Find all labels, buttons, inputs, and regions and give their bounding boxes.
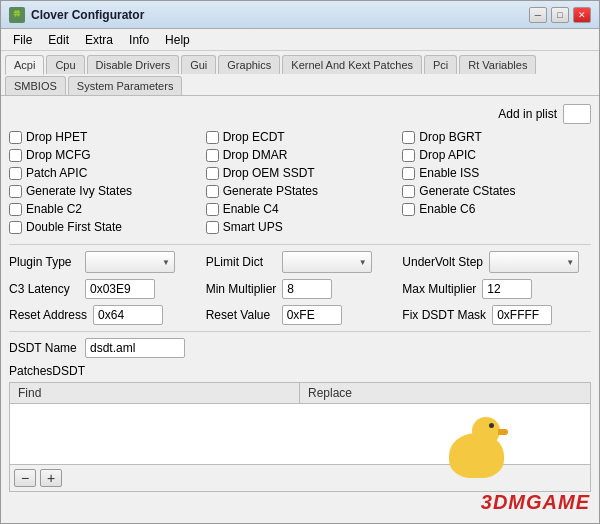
patches-col-find: Find (10, 383, 300, 403)
checkbox-smart-ups[interactable]: Smart UPS (206, 220, 395, 234)
tab-graphics[interactable]: Graphics (218, 55, 280, 74)
tab-system-parameters[interactable]: System Parameters (68, 76, 183, 95)
tab-acpi[interactable]: Acpi (5, 55, 44, 75)
maximize-button[interactable]: □ (551, 7, 569, 23)
dsdt-name-input[interactable] (85, 338, 185, 358)
checkbox-drop-mcfg-label: Drop MCFG (26, 148, 91, 162)
form-row-2: C3 Latency Min Multiplier Max Multiplier (9, 279, 591, 299)
checkbox-gen-ivy[interactable]: Generate Ivy States (9, 184, 198, 198)
tab-gui[interactable]: Gui (181, 55, 216, 74)
checkbox-enable-c4[interactable]: Enable C4 (206, 202, 395, 216)
max-mult-group: Max Multiplier (402, 279, 591, 299)
checkbox-patch-apic[interactable]: Patch APIC (9, 166, 198, 180)
tab-rt-variables[interactable]: Rt Variables (459, 55, 536, 74)
plugin-type-label: Plugin Type (9, 255, 79, 269)
checkbox-drop-oem-ssdt[interactable]: Drop OEM SSDT (206, 166, 395, 180)
menu-edit[interactable]: Edit (40, 31, 77, 49)
main-content: Add in plist Drop HPET Drop ECDT Drop BG… (1, 96, 599, 523)
checkbox-drop-ecdt-input[interactable] (206, 131, 219, 144)
max-mult-input[interactable] (482, 279, 532, 299)
checkbox-enable-c6[interactable]: Enable C6 (402, 202, 591, 216)
form-row-1: Plugin Type ▼ PLimit Dict ▼ UnderVolt St… (9, 251, 591, 273)
checkbox-enable-iss[interactable]: Enable ISS (402, 166, 591, 180)
minimize-button[interactable]: ─ (529, 7, 547, 23)
checkbox-drop-mcfg-input[interactable] (9, 149, 22, 162)
c3-latency-group: C3 Latency (9, 279, 198, 299)
reset-value-input[interactable] (282, 305, 342, 325)
menu-extra[interactable]: Extra (77, 31, 121, 49)
plugin-type-dropdown[interactable]: ▼ (85, 251, 175, 273)
menu-file[interactable]: File (5, 31, 40, 49)
checkbox-gen-cstates-label: Generate CStates (419, 184, 515, 198)
checkbox-drop-apic-label: Drop APIC (419, 148, 476, 162)
watermark: 3DMGAME (481, 491, 590, 514)
tabs-bar: Acpi Cpu Disable Drivers Gui Graphics Ke… (1, 51, 599, 96)
checkbox-double-first[interactable]: Double First State (9, 220, 198, 234)
checkbox-patch-apic-label: Patch APIC (26, 166, 87, 180)
window-controls: ─ □ ✕ (529, 7, 591, 23)
add-in-plist-label: Add in plist (498, 107, 557, 121)
checkbox-enable-c4-input[interactable] (206, 203, 219, 216)
plimit-dict-dropdown[interactable]: ▼ (282, 251, 372, 273)
menu-info[interactable]: Info (121, 31, 157, 49)
plimit-dict-group: PLimit Dict ▼ (206, 251, 395, 273)
checkbox-gen-ivy-input[interactable] (9, 185, 22, 198)
checkbox-drop-bgrt-input[interactable] (402, 131, 415, 144)
reset-address-label: Reset Address (9, 308, 87, 322)
checkbox-drop-hpet[interactable]: Drop HPET (9, 130, 198, 144)
dsdt-name-row: DSDT Name (9, 338, 591, 358)
c3-latency-input[interactable] (85, 279, 155, 299)
checkbox-drop-hpet-input[interactable] (9, 131, 22, 144)
checkbox-drop-oem-ssdt-label: Drop OEM SSDT (223, 166, 315, 180)
checkbox-gen-pstates-label: Generate PStates (223, 184, 318, 198)
add-patch-button[interactable]: + (40, 469, 62, 487)
min-mult-input[interactable] (282, 279, 332, 299)
reset-address-group: Reset Address (9, 305, 198, 325)
checkbox-gen-pstates[interactable]: Generate PStates (206, 184, 395, 198)
checkbox-drop-oem-ssdt-input[interactable] (206, 167, 219, 180)
checkbox-enable-c2-input[interactable] (9, 203, 22, 216)
close-button[interactable]: ✕ (573, 7, 591, 23)
checkbox-drop-ecdt[interactable]: Drop ECDT (206, 130, 395, 144)
checkbox-gen-cstates[interactable]: Generate CStates (402, 184, 591, 198)
app-icon: 🍀 (9, 7, 25, 23)
min-mult-group: Min Multiplier (206, 279, 395, 299)
checkbox-drop-apic-input[interactable] (402, 149, 415, 162)
tab-disable-drivers[interactable]: Disable Drivers (87, 55, 180, 74)
tab-kernel[interactable]: Kernel And Kext Patches (282, 55, 422, 74)
checkbox-drop-apic[interactable]: Drop APIC (402, 148, 591, 162)
tab-smbios[interactable]: SMBIOS (5, 76, 66, 95)
fix-dsdt-mask-group: Fix DSDT Mask (402, 305, 591, 325)
checkboxes-section: Drop HPET Drop ECDT Drop BGRT Drop MCFG … (9, 130, 591, 234)
checkbox-drop-hpet-label: Drop HPET (26, 130, 87, 144)
checkbox-gen-pstates-input[interactable] (206, 185, 219, 198)
checkbox-drop-dmar-input[interactable] (206, 149, 219, 162)
checkbox-double-first-input[interactable] (9, 221, 22, 234)
reset-address-input[interactable] (93, 305, 163, 325)
checkbox-drop-mcfg[interactable]: Drop MCFG (9, 148, 198, 162)
checkbox-double-first-label: Double First State (26, 220, 122, 234)
divider1 (9, 244, 591, 245)
plimit-dict-arrow: ▼ (359, 258, 367, 267)
min-mult-label: Min Multiplier (206, 282, 277, 296)
checkbox-drop-bgrt[interactable]: Drop BGRT (402, 130, 591, 144)
reset-value-group: Reset Value (206, 305, 395, 325)
reset-value-label: Reset Value (206, 308, 276, 322)
undervolt-step-dropdown[interactable]: ▼ (489, 251, 579, 273)
fix-dsdt-mask-input[interactable] (492, 305, 552, 325)
checkbox-drop-ecdt-label: Drop ECDT (223, 130, 285, 144)
checkbox-enable-iss-input[interactable] (402, 167, 415, 180)
tab-cpu[interactable]: Cpu (46, 55, 84, 74)
checkbox-enable-c6-input[interactable] (402, 203, 415, 216)
menu-help[interactable]: Help (157, 31, 198, 49)
remove-patch-button[interactable]: − (14, 469, 36, 487)
checkbox-drop-dmar[interactable]: Drop DMAR (206, 148, 395, 162)
checkbox-enable-c2[interactable]: Enable C2 (9, 202, 198, 216)
checkbox-smart-ups-input[interactable] (206, 221, 219, 234)
patches-section-label: PatchesDSDT (9, 364, 591, 378)
add-in-plist-checkbox[interactable] (563, 104, 591, 124)
patches-col-replace: Replace (300, 383, 590, 403)
checkbox-patch-apic-input[interactable] (9, 167, 22, 180)
tab-pci[interactable]: Pci (424, 55, 457, 74)
checkbox-gen-cstates-input[interactable] (402, 185, 415, 198)
